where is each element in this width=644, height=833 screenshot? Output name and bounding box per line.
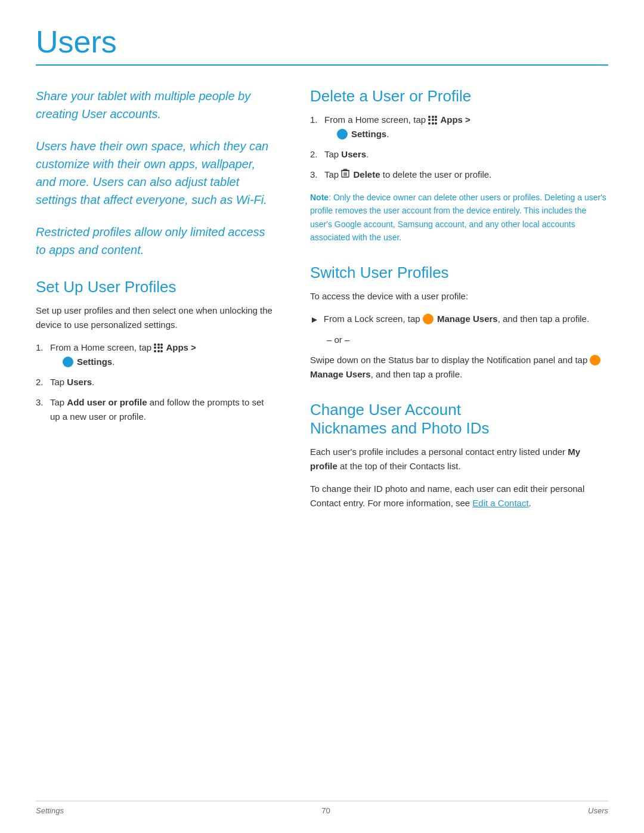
manage-users-icon-2 (590, 355, 600, 366)
right-column: Delete a User or Profile 1. From a Home … (310, 87, 608, 529)
settings-label: Settings (351, 129, 386, 139)
settings-icon (337, 129, 348, 140)
manage-users-label-2: Manage Users (310, 369, 371, 379)
apps-label: Apps > (440, 114, 470, 125)
switch-or-body: Swipe down on the Status bar to display … (310, 353, 608, 382)
step-num: 2. (36, 375, 44, 389)
switch-heading: Switch User Profiles (310, 264, 608, 282)
change-section: Change User Account Nicknames and Photo … (310, 401, 608, 510)
apps-grid-icon (154, 343, 163, 352)
set-up-steps: 1. From a Home screen, tap Apps > Settin… (36, 340, 274, 424)
change-heading-line2: Nicknames and Photo IDs (310, 419, 490, 437)
add-user-label: Add user or profile (67, 397, 147, 407)
delete-section: Delete a User or Profile 1. From a Home … (310, 87, 608, 244)
settings-label: Settings (77, 357, 112, 367)
manage-users-label: Manage Users (437, 314, 498, 324)
apps-grid-icon (428, 116, 437, 125)
users-label: Users (67, 377, 92, 387)
delete-step-2: 2. Tap Users. (310, 147, 608, 162)
settings-icon (63, 357, 73, 367)
delete-note: Note: Only the device owner can delete o… (310, 191, 608, 244)
change-heading-line1: Change User Account (310, 401, 461, 419)
footer-right: Users (588, 806, 608, 815)
title-divider (36, 64, 608, 66)
trash-icon (341, 168, 349, 182)
delete-label: Delete (354, 169, 380, 179)
delete-step-3: 3. Tap Delete to delete the user or prof… (310, 168, 608, 182)
set-up-description: Set up user profiles and then select one… (36, 304, 274, 332)
page-title: Users (36, 24, 608, 60)
step-num: 2. (310, 147, 318, 162)
note-text: : Only the device owner can delete other… (310, 193, 606, 242)
bullet-arrow-icon: ► (310, 312, 319, 327)
switch-intro: To access the device with a user profile… (310, 289, 608, 304)
switch-bullet: ► From a Lock screen, tap Manage Users, … (310, 312, 608, 327)
intro-para-1: Share your tablet with multiple people b… (36, 87, 274, 123)
left-column: Share your tablet with multiple people b… (36, 87, 274, 529)
change-heading: Change User Account Nicknames and Photo … (310, 401, 608, 438)
manage-users-icon (423, 314, 434, 324)
content-area: Share your tablet with multiple people b… (36, 87, 608, 529)
footer: Settings 70 Users (36, 801, 608, 815)
change-para1: Each user's profile includes a personal … (310, 445, 608, 473)
set-up-step-2: 2. Tap Users. (36, 375, 274, 389)
users-label: Users (341, 149, 366, 159)
set-up-heading: Set Up User Profiles (36, 278, 274, 296)
switch-section: Switch User Profiles To access the devic… (310, 264, 608, 382)
footer-left: Settings (36, 806, 64, 815)
set-up-step-1: 1. From a Home screen, tap Apps > Settin… (36, 340, 274, 369)
step-num: 1. (36, 340, 44, 355)
edit-contact-link[interactable]: Edit a Contact (472, 498, 528, 508)
delete-steps: 1. From a Home screen, tap Apps > Settin… (310, 113, 608, 182)
delete-heading: Delete a User or Profile (310, 87, 608, 106)
step-num: 3. (36, 395, 44, 410)
intro-para-2: Users have their own space, which they c… (36, 137, 274, 209)
apps-label: Apps > (166, 342, 196, 352)
my-profile-label: My profile (310, 447, 580, 471)
change-para2: To change their ID photo and name, each … (310, 482, 608, 510)
note-label: Note (310, 193, 329, 202)
set-up-step-3: 3. Tap Add user or profile and follow th… (36, 395, 274, 424)
delete-step-1: 1. From a Home screen, tap Apps > Settin… (310, 113, 608, 141)
switch-bullet-text: From a Lock screen, tap Manage Users, an… (324, 312, 589, 326)
footer-page-number: 70 (321, 806, 330, 815)
set-up-section: Set Up User Profiles Set up user profile… (36, 278, 274, 424)
step-num: 1. (310, 113, 318, 127)
step-num: 3. (310, 168, 318, 182)
intro-para-3: Restricted profiles allow only limited a… (36, 223, 274, 259)
or-separator: – or – (327, 333, 608, 347)
